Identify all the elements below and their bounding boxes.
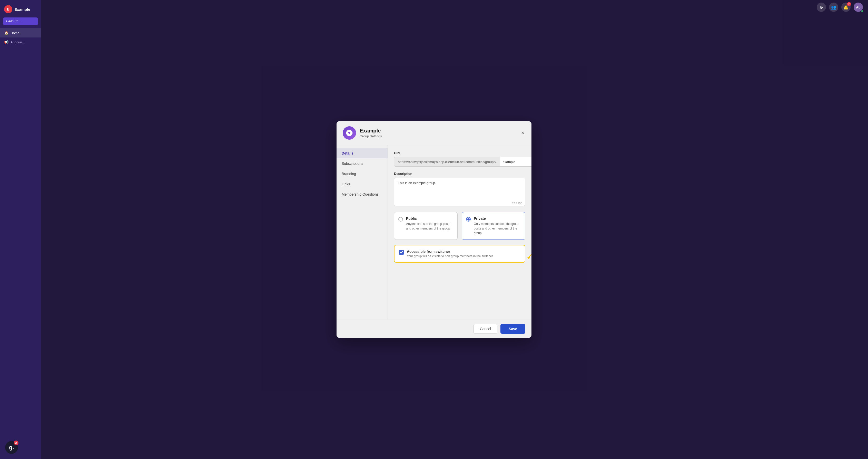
home-icon: 🏠 xyxy=(4,31,8,35)
settings-icon-btn[interactable]: ⚙ xyxy=(817,3,826,12)
notification-bell[interactable]: 🔔 2 xyxy=(841,3,850,12)
modal-title: Example xyxy=(360,128,382,134)
public-radio[interactable] xyxy=(398,217,403,222)
nav-item-links[interactable]: Links xyxy=(337,179,388,189)
sidebar-item-announcements[interactable]: 📢 Announ... xyxy=(0,37,41,47)
modal-footer: Cancel Save xyxy=(337,320,531,338)
nav-item-branding[interactable]: Branding xyxy=(337,169,388,179)
users-icon-btn[interactable]: 👥 xyxy=(829,3,838,12)
notification-badge: 2 xyxy=(847,2,851,6)
private-option-desc: Only members can see the group posts and… xyxy=(474,222,521,235)
description-wrap: This is an example group. 25 / 150 xyxy=(394,178,525,207)
switcher-desc: Your group will be visible to non group … xyxy=(407,254,493,258)
url-label: URL xyxy=(394,151,525,155)
modal-main-content: URL https://f4rkivqsxjazikcmajiw.app.cli… xyxy=(388,145,531,320)
description-textarea[interactable]: This is an example group. xyxy=(394,178,525,206)
switcher-title: Accessible from switcher xyxy=(407,250,493,254)
app-logo-icon: E xyxy=(4,5,12,13)
sidebar-item-home-label: Home xyxy=(10,31,20,35)
private-option-title: Private xyxy=(474,217,521,221)
sidebar-logo: E Example xyxy=(0,3,41,18)
switcher-wrapper: Accessible from switcher Your group will… xyxy=(394,245,525,268)
sidebar-item-home[interactable]: 🏠 Home xyxy=(0,28,41,37)
sidebar-item-announcements-label: Announ... xyxy=(10,40,25,44)
nav-item-subscriptions[interactable]: Subscriptions xyxy=(337,159,388,169)
url-slug-wrap: ⧉ xyxy=(500,157,531,167)
modal-nav: Details Subscriptions Branding Links Mem… xyxy=(337,145,388,320)
online-indicator xyxy=(861,10,863,12)
public-option-text: Public Anyone can see the group posts an… xyxy=(406,217,453,231)
add-channel-button[interactable]: + Add Ch... xyxy=(3,18,38,25)
modal-title-block: Example Group Settings xyxy=(360,128,382,138)
privacy-public-option[interactable]: Public Anyone can see the group posts an… xyxy=(394,212,458,240)
bottom-left-avatar[interactable]: g. 36 xyxy=(5,441,18,454)
public-option-desc: Anyone can see the group posts and other… xyxy=(406,222,453,231)
g-avatar-circle: g. 36 xyxy=(5,441,18,454)
switcher-text-block: Accessible from switcher Your group will… xyxy=(407,250,493,258)
announcements-icon: 📢 xyxy=(4,40,8,44)
description-label: Description xyxy=(394,172,525,176)
private-option-text: Private Only members can see the group p… xyxy=(474,217,521,235)
cancel-button[interactable]: Cancel xyxy=(473,324,498,334)
public-option-title: Public xyxy=(406,217,453,221)
modal-overlay: Example Group Settings × Details Subscri… xyxy=(0,0,868,459)
url-slug-input[interactable] xyxy=(500,157,531,166)
modal-body: Details Subscriptions Branding Links Mem… xyxy=(337,145,531,320)
group-settings-modal: Example Group Settings × Details Subscri… xyxy=(337,121,531,338)
save-button[interactable]: Save xyxy=(500,324,525,334)
privacy-options: Public Anyone can see the group posts an… xyxy=(394,212,525,240)
url-row: https://f4rkivqsxjazikcmajiw.app.clientc… xyxy=(394,157,525,167)
nav-item-details[interactable]: Details xyxy=(337,148,388,159)
g-badge-count: 36 xyxy=(14,440,19,445)
accessible-from-switcher-box: Accessible from switcher Your group will… xyxy=(394,245,525,263)
char-count: 25 / 150 xyxy=(512,202,522,205)
group-avatar xyxy=(343,126,356,140)
arrow-annotation xyxy=(525,250,531,263)
privacy-private-option[interactable]: Private Only members can see the group p… xyxy=(462,212,525,240)
nav-item-membership-questions[interactable]: Membership Questions xyxy=(337,189,388,199)
url-base: https://f4rkivqsxjazikcmajiw.app.clientc… xyxy=(394,157,500,167)
background-sidebar: E Example + Add Ch... 🏠 Home 📢 Announ... xyxy=(0,0,41,459)
modal-subtitle: Group Settings xyxy=(360,134,382,138)
switcher-checkbox[interactable] xyxy=(399,250,404,255)
private-radio[interactable] xyxy=(466,217,471,222)
user-avatar[interactable]: Ab xyxy=(854,3,863,12)
topbar: ⚙ 👥 🔔 2 Ab xyxy=(812,0,868,15)
modal-close-button[interactable]: × xyxy=(520,129,525,137)
modal-header-left: Example Group Settings xyxy=(343,126,382,140)
modal-header: Example Group Settings × xyxy=(337,121,531,145)
app-name: Example xyxy=(14,7,30,11)
group-avatar-icon xyxy=(345,129,353,137)
